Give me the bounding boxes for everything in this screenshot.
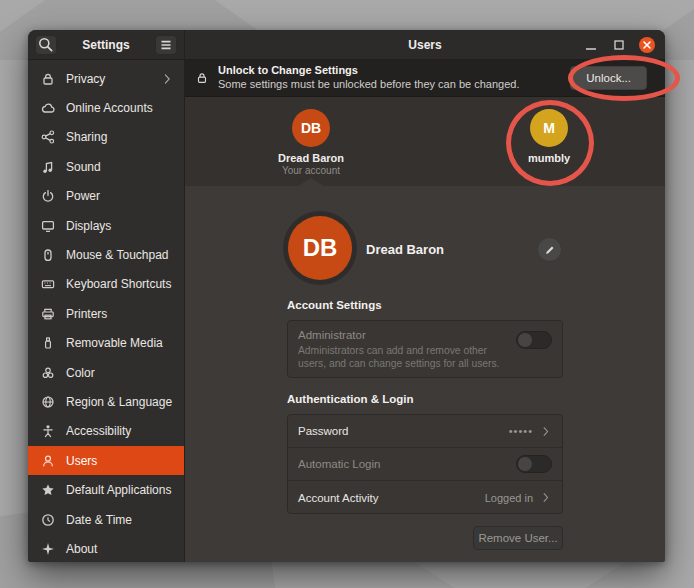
settings-window: Settings Users Privacy Online Accounts S… — [28, 30, 665, 562]
sidebar-item-removable-media[interactable]: Removable Media — [28, 329, 184, 358]
profile-name: Dread Baron — [366, 242, 444, 257]
sidebar-item-date-time[interactable]: Date & Time — [28, 505, 184, 534]
carousel-user-name: Dread Baron — [256, 152, 366, 164]
display-icon — [40, 218, 56, 234]
sidebar-item-region-language[interactable]: Region & Language — [28, 387, 184, 416]
sparkle-icon — [40, 541, 56, 557]
lock-icon — [195, 70, 209, 86]
close-button[interactable] — [639, 37, 655, 53]
color-circles-icon — [40, 365, 56, 381]
flash-drive-icon — [40, 335, 56, 351]
sidebar-item-online-accounts[interactable]: Online Accounts — [28, 93, 184, 122]
clock-icon — [40, 512, 56, 528]
globe-icon — [40, 394, 56, 410]
user-carousel: DB Dread Baron Your account M mumbly — [185, 97, 665, 186]
toggle-knob — [518, 333, 532, 347]
sidebar-item-about[interactable]: About — [28, 534, 184, 562]
auth-login-heading: Authentication & Login — [287, 393, 413, 405]
auth-login-card: Password ••••• Automatic Login Account A… — [287, 414, 563, 514]
password-label: Password — [298, 425, 349, 437]
hamburger-icon — [156, 36, 176, 54]
sidebar-item-default-applications[interactable]: Default Applications — [28, 475, 184, 504]
selected-user-caret — [298, 178, 324, 186]
minimize-icon — [583, 37, 599, 53]
password-value: ••••• — [509, 425, 533, 437]
maximize-icon — [611, 37, 627, 53]
password-row[interactable]: Password ••••• — [288, 415, 562, 448]
account-settings-heading: Account Settings — [287, 299, 382, 311]
minimize-button[interactable] — [583, 37, 599, 53]
share-icon — [40, 129, 56, 145]
carousel-user-mumbly[interactable]: M mumbly — [494, 109, 604, 164]
user-icon — [40, 453, 56, 469]
lock-icon — [40, 71, 56, 87]
menu-button[interactable] — [155, 35, 177, 55]
remove-user-button[interactable]: Remove User... — [473, 526, 563, 550]
automatic-login-label: Automatic Login — [298, 458, 380, 470]
account-activity-row[interactable]: Account Activity Logged in — [288, 481, 562, 514]
account-activity-label: Account Activity — [298, 492, 379, 504]
administrator-label: Administrator — [298, 329, 552, 341]
avatar: DB — [288, 216, 352, 280]
sidebar-item-keyboard-shortcuts[interactable]: Keyboard Shortcuts — [28, 270, 184, 299]
pencil-icon — [544, 244, 556, 256]
chevron-right-icon — [162, 73, 174, 85]
power-icon — [40, 188, 56, 204]
sidebar-titlebar: Settings — [28, 30, 185, 60]
carousel-user-note: Your account — [256, 165, 366, 176]
account-activity-value: Logged in — [485, 492, 533, 504]
administrator-toggle[interactable] — [516, 331, 552, 349]
automatic-login-row: Automatic Login — [288, 448, 562, 481]
close-icon — [639, 37, 655, 53]
sidebar-item-power[interactable]: Power — [28, 182, 184, 211]
sidebar-item-users[interactable]: Users — [28, 446, 184, 475]
carousel-user-name: mumbly — [494, 152, 604, 164]
sidebar-item-printers[interactable]: Printers — [28, 299, 184, 328]
cloud-icon — [40, 100, 56, 116]
administrator-card: Administrator Administrators can add and… — [287, 320, 563, 378]
sidebar-item-sound[interactable]: Sound — [28, 152, 184, 181]
chevron-right-icon — [541, 426, 552, 437]
sidebar-item-accessibility[interactable]: Accessibility — [28, 417, 184, 446]
edit-name-button[interactable] — [537, 237, 562, 262]
automatic-login-toggle[interactable] — [516, 455, 552, 473]
users-panel: Unlock to Change Settings Some settings … — [185, 60, 665, 562]
sidebar-item-displays[interactable]: Displays — [28, 211, 184, 240]
sidebar-item-color[interactable]: Color — [28, 358, 184, 387]
maximize-button[interactable] — [611, 37, 627, 53]
keyboard-icon — [40, 276, 56, 292]
printer-icon — [40, 306, 56, 322]
search-icon — [36, 36, 56, 54]
carousel-user-dread-baron[interactable]: DB Dread Baron Your account — [256, 109, 366, 176]
unlock-banner-subtitle: Some settings must be unlocked before th… — [218, 78, 519, 92]
star-icon — [40, 482, 56, 498]
avatar: M — [530, 109, 568, 147]
sidebar-item-mouse-touchpad[interactable]: Mouse & Touchpad — [28, 240, 184, 269]
content-titlebar: Users — [185, 30, 665, 60]
sidebar-item-privacy[interactable]: Privacy — [28, 64, 184, 93]
unlock-banner: Unlock to Change Settings Some settings … — [185, 60, 665, 97]
mouse-icon — [40, 247, 56, 263]
chevron-right-icon — [541, 492, 552, 503]
sidebar: Privacy Online Accounts Sharing Sound Po… — [28, 60, 185, 562]
unlock-banner-title: Unlock to Change Settings — [218, 64, 519, 78]
administrator-description: Administrators can add and remove other … — [298, 345, 508, 371]
music-note-icon — [40, 159, 56, 175]
unlock-button[interactable]: Unlock... — [570, 66, 647, 90]
avatar: DB — [292, 109, 330, 147]
sidebar-item-sharing[interactable]: Sharing — [28, 123, 184, 152]
search-button[interactable] — [35, 35, 57, 55]
user-detail-pane: DB Dread Baron Account Settings Administ… — [185, 186, 665, 562]
toggle-knob — [518, 457, 532, 471]
accessibility-icon — [40, 423, 56, 439]
